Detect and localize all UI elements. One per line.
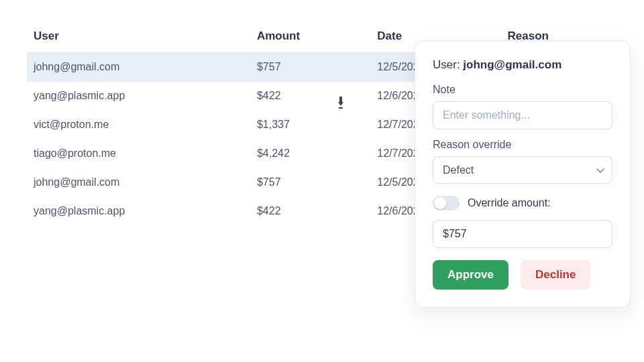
panel-user-value: johng@gmail.com (463, 58, 561, 71)
cell-amount: $422 (250, 197, 370, 226)
reason-override-label: Reason override (433, 139, 612, 151)
cell-amount: $1,337 (250, 111, 370, 139)
override-amount-input[interactable] (433, 220, 612, 248)
reason-override-select[interactable]: Defect (433, 156, 612, 184)
cell-user: johng@gmail.com (27, 53, 250, 82)
col-user: User (27, 20, 250, 53)
cell-amount: $4,242 (250, 139, 370, 168)
cell-user: vict@proton.me (27, 111, 250, 139)
detail-panel: User: johng@gmail.com Note Reason overri… (415, 40, 631, 308)
cell-user: tiago@proton.me (27, 139, 250, 168)
override-amount-label: Override amount: (468, 197, 551, 209)
cell-amount: $757 (250, 53, 370, 82)
toggle-knob (434, 197, 446, 209)
cell-amount: $757 (250, 168, 370, 197)
panel-user-label: User: (433, 58, 463, 71)
note-input[interactable] (433, 101, 612, 129)
decline-button[interactable]: Decline (521, 260, 590, 290)
note-label: Note (433, 84, 612, 96)
panel-user: User: johng@gmail.com (433, 58, 612, 72)
cell-user: yang@plasmic.app (27, 197, 250, 226)
cell-user: yang@plasmic.app (27, 82, 250, 111)
override-amount-toggle[interactable] (433, 196, 460, 210)
cell-amount: $422 (250, 82, 370, 111)
approve-button[interactable]: Approve (433, 260, 508, 290)
cell-user: johng@gmail.com (27, 168, 250, 197)
col-amount: Amount (250, 20, 370, 53)
